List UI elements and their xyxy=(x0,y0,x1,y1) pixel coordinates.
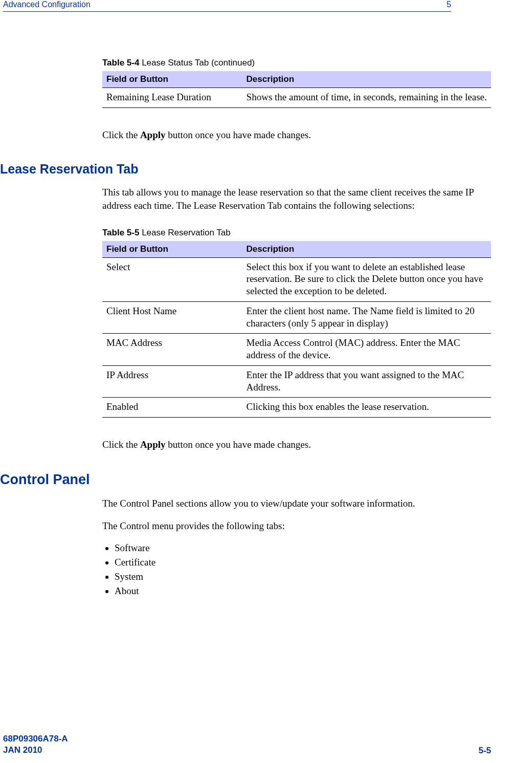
caption-rest: Lease Status Tab (continued) xyxy=(139,58,255,68)
apply-paragraph-2: Click the Apply button once you have mad… xyxy=(102,438,491,451)
table-row: Remaining Lease Duration Shows the amoun… xyxy=(102,88,491,108)
list-item: System xyxy=(115,571,491,582)
table-header-desc: Description xyxy=(242,71,491,88)
section-heading-control-panel: Control Panel xyxy=(0,472,491,488)
lease-intro: This tab allows you to manage the lease … xyxy=(102,186,491,212)
cell-desc: Shows the amount of time, in seconds, re… xyxy=(242,88,491,108)
cell-field: Select xyxy=(102,257,242,301)
cell-field: MAC Address xyxy=(102,334,242,366)
caption-prefix: Table 5-4 xyxy=(102,58,139,68)
header-right: 5 xyxy=(447,0,451,9)
table-row: Select Select this box if you want to de… xyxy=(102,257,491,301)
header-left: Advanced Configuration xyxy=(3,0,91,9)
control-intro-2: The Control menu provides the following … xyxy=(102,519,491,533)
section-heading-lease-reservation: Lease Reservation Tab xyxy=(0,162,491,177)
table-header-desc: Description xyxy=(242,241,491,258)
footer-page-number: 5-5 xyxy=(478,746,491,756)
cell-field: Client Host Name xyxy=(102,301,242,334)
cell-desc: Media Access Control (MAC) address. Ente… xyxy=(242,334,491,366)
table-5-5-caption: Table 5-5 Lease Reservation Tab xyxy=(102,228,491,238)
table-row: Enabled Clicking this box enables the le… xyxy=(102,398,491,418)
table-5-4: Field or Button Description Remaining Le… xyxy=(102,71,491,108)
table-row: MAC Address Media Access Control (MAC) a… xyxy=(102,334,491,366)
table-row: Client Host Name Enter the client host n… xyxy=(102,301,491,334)
caption-prefix: Table 5-5 xyxy=(102,228,139,237)
list-item: Software xyxy=(115,542,491,554)
table-row: IP Address Enter the IP address that you… xyxy=(102,365,491,398)
footer-date: JAN 2010 xyxy=(3,745,68,756)
cell-field: IP Address xyxy=(102,365,242,398)
cell-desc: Clicking this box enables the lease rese… xyxy=(242,398,491,418)
control-intro-1: The Control Panel sections allow you to … xyxy=(102,497,491,510)
list-item: Certificate xyxy=(115,557,491,568)
list-item: About xyxy=(115,585,491,597)
table-header-field: Field or Button xyxy=(102,241,242,258)
apply-paragraph-1: Click the Apply button once you have mad… xyxy=(102,128,491,142)
table-5-4-caption: Table 5-4 Lease Status Tab (continued) xyxy=(102,58,491,68)
control-tabs-list: Software Certificate System About xyxy=(102,542,491,597)
cell-field: Remaining Lease Duration xyxy=(102,88,242,108)
cell-desc: Enter the IP address that you want assig… xyxy=(242,365,491,398)
table-header-field: Field or Button xyxy=(102,71,242,88)
cell-desc: Enter the client host name. The Name fie… xyxy=(242,301,491,334)
caption-rest: Lease Reservation Tab xyxy=(139,228,230,237)
footer-doc-number: 68P09306A78-A xyxy=(3,733,68,745)
cell-desc: Select this box if you want to delete an… xyxy=(242,257,491,301)
table-5-5: Field or Button Description Select Selec… xyxy=(102,241,491,418)
cell-field: Enabled xyxy=(102,398,242,418)
